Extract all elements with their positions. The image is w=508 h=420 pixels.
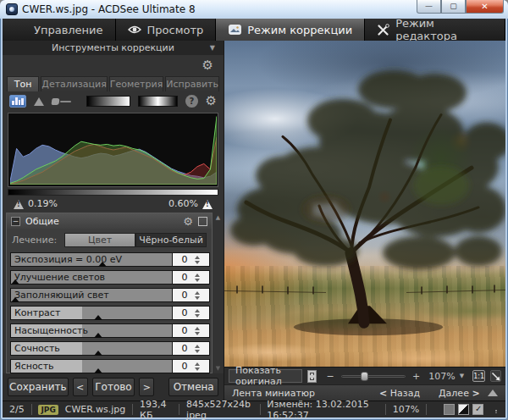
prev-image-button[interactable]: < <box>73 378 88 396</box>
treatment-bw-button[interactable]: Чёрно-белый <box>135 233 207 247</box>
slider-handle[interactable] <box>11 275 19 285</box>
highlight-clip-warning-icon[interactable] <box>202 195 213 209</box>
next-image-button[interactable]: > <box>139 378 154 396</box>
exposure-area-icon[interactable] <box>307 370 316 383</box>
slider-row-contrast[interactable]: Контраст 0 <box>10 306 210 320</box>
group-reset-icon[interactable] <box>198 217 207 226</box>
histogram-icon[interactable] <box>9 95 26 108</box>
slider-track[interactable]: Контраст <box>11 307 172 319</box>
slider-row-fill-light[interactable]: Заполняющий свет 0 <box>10 288 210 302</box>
tab-geometry[interactable]: Геометрия <box>109 76 163 91</box>
brush-icon[interactable] <box>52 97 71 106</box>
view-checked-icon[interactable] <box>472 404 483 415</box>
filmstrip-expand-icon[interactable] <box>488 384 498 396</box>
view-split-icon[interactable] <box>458 404 469 415</box>
filmstrip-label: Лента миниатюр <box>232 388 315 399</box>
slider-handle[interactable] <box>94 364 102 373</box>
value-box[interactable]: 0 <box>172 324 209 337</box>
filmstrip-back-button[interactable]: < Назад <box>379 388 420 399</box>
slider-track[interactable]: Экспозиция = 0.00 eV <box>11 253 172 266</box>
slider-track[interactable]: Сочность <box>11 342 172 355</box>
spinner[interactable] <box>190 307 208 320</box>
photo-canvas[interactable] <box>224 41 505 367</box>
value-box[interactable]: 0 <box>172 253 209 266</box>
save-button[interactable]: Сохранить <box>8 378 69 396</box>
spinner[interactable] <box>190 324 208 338</box>
value-box[interactable]: 0 <box>172 307 209 319</box>
slider-row-saturation[interactable]: Насыщенность 0 <box>10 323 210 338</box>
spinner[interactable] <box>190 271 208 285</box>
slider-handle[interactable] <box>94 329 102 338</box>
action-button-row: Сохранить < Готово > Отмена <box>3 373 224 401</box>
image-icon <box>228 24 241 36</box>
slider-handle[interactable] <box>11 293 19 302</box>
filmstrip-forward-button[interactable]: Далее > <box>439 388 480 399</box>
scroll-up-icon[interactable]: ▲ <box>216 214 220 221</box>
cancel-button[interactable]: Отмена <box>168 378 218 396</box>
general-group: − Общие ⚙ Лечение: Цвет Чёрно-белый Эксп… <box>6 213 213 373</box>
zoom-out-button[interactable]: − <box>327 371 334 382</box>
tab-view[interactable]: Просмотр <box>116 19 217 41</box>
view-solid-icon[interactable] <box>444 404 455 415</box>
value-box[interactable]: 0 <box>172 360 209 373</box>
zoom-slider-handle[interactable] <box>361 372 368 381</box>
zoom-slider[interactable] <box>341 371 406 382</box>
image-index: 2/5 <box>9 404 25 415</box>
actual-size-button[interactable]: 1:1 <box>472 370 485 382</box>
slider-row-clarity[interactable]: Ясность 0 <box>10 359 210 373</box>
panel-header[interactable]: Инструменты коррекции ▼ <box>3 41 224 55</box>
diagonal-arrow-icon <box>491 372 500 381</box>
spinner[interactable] <box>190 360 208 373</box>
tab-detail[interactable]: Детализация <box>41 76 108 91</box>
panel-scrollbar[interactable]: ▲ ▼ <box>214 213 222 373</box>
slider-track[interactable]: Улучшение светов <box>11 271 172 284</box>
slider-row-highlight-enhancement[interactable]: Улучшение светов 0 <box>10 270 210 285</box>
slider-handle[interactable] <box>98 257 107 267</box>
slider-handle[interactable] <box>94 346 102 356</box>
tab-develop[interactable]: Режим коррекции <box>216 19 365 41</box>
tab-edit[interactable]: Режим редактора <box>365 19 505 41</box>
slider-value: 0 <box>173 325 190 336</box>
maximize-button[interactable]: ▢ <box>441 0 466 14</box>
spinner[interactable] <box>190 253 208 267</box>
slider-track[interactable]: Ясность <box>11 360 172 373</box>
fit-image-button[interactable] <box>490 370 501 382</box>
tab-repair[interactable]: Исправить <box>165 76 219 91</box>
slider-handle[interactable] <box>94 311 102 320</box>
gear-icon[interactable]: ⚙ <box>206 95 217 108</box>
close-button[interactable]: ✕ <box>466 0 504 14</box>
radial-gradient-icon[interactable] <box>138 96 178 107</box>
tab-manage[interactable]: Управление <box>3 19 116 41</box>
slider-track[interactable]: Насыщенность <box>11 324 172 337</box>
zoom-percent-value: 107% <box>428 371 455 382</box>
settings-gear-icon[interactable]: ⚙ <box>202 59 213 72</box>
treatment-color-button[interactable]: Цвет <box>64 233 135 247</box>
scroll-down-icon[interactable]: ▼ <box>216 365 220 372</box>
slider-track[interactable]: Заполняющий свет <box>11 289 172 301</box>
linear-gradient-icon[interactable] <box>86 96 131 107</box>
done-button[interactable]: Готово <box>92 378 135 396</box>
minimize-button[interactable]: — <box>417 0 441 14</box>
tone-gradient-strip <box>8 189 218 196</box>
collapse-button[interactable]: − <box>11 217 20 226</box>
value-box[interactable]: 0 <box>172 289 209 301</box>
show-original-button[interactable]: Показать оригинал <box>229 369 302 383</box>
slider-row-exposure[interactable]: Экспозиция = 0.00 eV 0 <box>10 252 210 267</box>
zoom-percent-dropdown[interactable]: 107% ▼ <box>425 371 467 382</box>
slider-row-vibrance[interactable]: Сочность 0 <box>10 341 210 356</box>
zoom-in-button[interactable]: + <box>412 371 420 382</box>
group-gear-icon[interactable]: ⚙ <box>183 216 193 227</box>
resize-grip[interactable] <box>494 406 499 413</box>
shadow-clip-warning-icon[interactable] <box>14 195 24 209</box>
value-box[interactable]: 0 <box>172 342 209 355</box>
help-icon[interactable]: ? <box>185 95 197 108</box>
status-bar: 2/5 JPG CWER.ws.jpg 193,4 КБ 845x527x24b… <box>3 401 505 417</box>
spinner[interactable] <box>190 289 208 302</box>
tab-tone[interactable]: Тон <box>7 76 39 91</box>
spinner[interactable] <box>190 342 208 356</box>
tab-label: Режим коррекции <box>247 24 352 36</box>
slider-label: Ясность <box>14 361 54 372</box>
correction-tools-panel: Инструменты коррекции ▼ ⚙ Тон Детализаци… <box>3 41 224 401</box>
value-box[interactable]: 0 <box>172 271 209 284</box>
clipping-warning-icon[interactable] <box>34 92 44 106</box>
